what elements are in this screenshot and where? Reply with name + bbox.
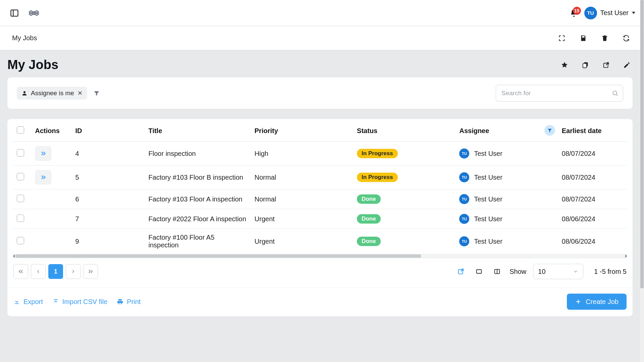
svg-rect-0 [11, 10, 18, 16]
row-checkbox[interactable] [17, 237, 24, 244]
row-checkbox[interactable] [17, 195, 24, 202]
copy-button[interactable] [580, 59, 591, 71]
cell-id: 9 [71, 229, 144, 254]
header-assignee[interactable]: Assignee [455, 119, 557, 142]
row-expand-button[interactable] [35, 146, 51, 161]
row-checkbox[interactable] [17, 215, 24, 222]
main-area: My Jobs Assignee is me ✕ [0, 50, 640, 362]
cell-assignee: TUTest User [455, 209, 557, 229]
header-status[interactable]: Status [353, 119, 455, 142]
svg-rect-9 [477, 270, 482, 274]
cell-title: Factory #100 Floor A5 inspection [145, 229, 251, 254]
jobs-table: Actions ID Title Priority Status Assigne… [13, 119, 627, 254]
filter-chip-assignee[interactable]: Assignee is me ✕ [17, 87, 87, 100]
header-priority[interactable]: Priority [251, 119, 353, 142]
refresh-button[interactable] [621, 33, 632, 44]
user-menu[interactable]: TU Test User [584, 7, 635, 19]
cell-title: Factory #103 Floor A inspection [145, 189, 251, 209]
search-icon [612, 90, 619, 97]
cell-date: 08/06/2024 [558, 229, 627, 254]
pager-prev[interactable] [31, 264, 46, 279]
svg-line-7 [616, 94, 618, 96]
pager-next[interactable] [66, 264, 80, 279]
cell-date: 08/07/2024 [558, 166, 627, 189]
import-button[interactable]: Import CSV file [52, 298, 107, 306]
share-button[interactable] [600, 59, 612, 71]
header-date[interactable]: Earliest date [558, 119, 627, 142]
create-job-button[interactable]: Create Job [567, 294, 627, 310]
topbar: 15 TU Test User [0, 0, 644, 26]
export-button[interactable]: Export [13, 298, 43, 306]
cell-date: 08/06/2024 [558, 209, 627, 229]
person-icon [21, 90, 28, 96]
cell-priority: Normal [251, 189, 353, 209]
header-id[interactable]: ID [71, 119, 144, 142]
row-expand-button[interactable] [35, 170, 51, 184]
cell-title: Factory #103 Floor B inspection [145, 166, 251, 189]
delete-button[interactable] [599, 33, 610, 44]
row-checkbox[interactable] [17, 173, 24, 180]
header-actions[interactable]: Actions [31, 119, 71, 142]
table-row: 6Factory #103 Floor A inspectionNormalDo… [13, 189, 627, 209]
header-title[interactable]: Title [145, 119, 251, 142]
caret-down-icon [632, 12, 635, 14]
cell-status: Done [353, 189, 455, 209]
horizontal-scrollbar-thumb[interactable] [15, 254, 421, 258]
cell-status: Done [353, 229, 455, 254]
upload-icon [52, 298, 59, 305]
cell-date: 08/07/2024 [558, 189, 627, 209]
notifications-button[interactable]: 15 [570, 9, 578, 17]
app-logo[interactable] [28, 7, 40, 19]
pager-last[interactable] [83, 264, 98, 279]
fullscreen-button[interactable] [556, 33, 568, 44]
cell-assignee: TUTest User [455, 189, 557, 209]
assignee-name: Test User [474, 174, 502, 181]
table-row: 9Factory #100 Floor A5 inspectionUrgentD… [13, 229, 627, 254]
status-badge: Done [357, 237, 381, 246]
breadcrumb: My Jobs [12, 34, 37, 42]
vertical-scrollbar-thumb[interactable] [640, 0, 644, 288]
assignee-name: Test User [474, 195, 502, 203]
cell-id: 4 [71, 142, 144, 166]
table-row: 5Factory #103 Floor B inspectionNormalIn… [13, 166, 627, 189]
layout-split-button[interactable] [491, 266, 503, 277]
status-badge: Done [357, 214, 381, 224]
download-icon [13, 298, 20, 305]
date-filter-active-icon[interactable] [544, 125, 555, 136]
filter-chip-remove[interactable]: ✕ [77, 89, 83, 97]
cell-id: 7 [71, 209, 144, 229]
save-view-button[interactable] [578, 33, 589, 44]
favorite-button[interactable] [559, 59, 570, 71]
cell-priority: Urgent [251, 229, 353, 254]
page-size-value: 10 [538, 268, 545, 276]
cell-priority: Urgent [251, 209, 353, 229]
horizontal-scrollbar[interactable] [13, 254, 627, 258]
assignee-avatar: TU [459, 148, 469, 159]
chevron-down-icon [573, 269, 578, 274]
cell-title: Floor inspection [145, 142, 251, 166]
filter-toggle-button[interactable] [93, 90, 100, 97]
pager-page-1[interactable]: 1 [48, 264, 63, 279]
page-title: My Jobs [7, 58, 58, 72]
page-size-select[interactable]: 10 [533, 264, 583, 279]
select-all-checkbox[interactable] [17, 126, 24, 134]
svg-point-5 [23, 91, 25, 93]
edit-button[interactable] [621, 59, 633, 71]
print-button[interactable]: Print [117, 298, 141, 306]
pager-first[interactable] [13, 264, 28, 279]
open-external-button[interactable] [455, 266, 467, 277]
table-footer: Export Import CSV file Print Create Job [7, 287, 633, 316]
cell-status: Done [353, 209, 455, 229]
vertical-scrollbar[interactable] [640, 0, 644, 362]
cell-id: 6 [71, 189, 144, 209]
assignee-avatar: TU [459, 194, 469, 204]
search-input[interactable] [496, 85, 623, 102]
assignee-avatar: TU [459, 172, 469, 182]
layout-card-button[interactable] [473, 266, 485, 277]
cell-assignee: TUTest User [455, 229, 557, 254]
user-avatar: TU [584, 7, 597, 19]
row-checkbox[interactable] [17, 149, 24, 157]
status-badge: In Progress [357, 173, 398, 182]
viewbar: My Jobs [0, 26, 644, 50]
sidebar-toggle-icon[interactable] [9, 7, 20, 19]
